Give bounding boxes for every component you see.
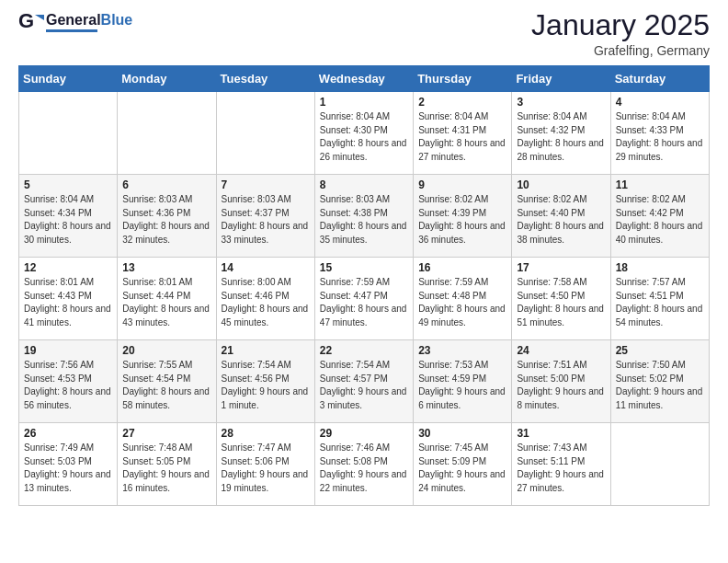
day-cell	[118, 92, 216, 175]
day-cell: 23Sunrise: 7:53 AMSunset: 4:59 PMDayligh…	[414, 340, 512, 423]
day-cell: 30Sunrise: 7:45 AMSunset: 5:09 PMDayligh…	[414, 423, 512, 506]
logo-general: General	[46, 12, 101, 28]
day-number: 5	[24, 178, 112, 191]
day-info: Sunrise: 7:46 AMSunset: 5:08 PMDaylight:…	[320, 442, 408, 495]
day-info: Sunrise: 8:00 AMSunset: 4:46 PMDaylight:…	[222, 276, 310, 329]
day-info: Sunrise: 7:59 AMSunset: 4:48 PMDaylight:…	[418, 276, 506, 329]
day-info: Sunrise: 8:03 AMSunset: 4:37 PMDaylight:…	[222, 193, 310, 247]
day-info: Sunrise: 7:57 AMSunset: 4:51 PMDaylight:…	[616, 276, 704, 329]
month-title: January 2025	[531, 9, 710, 41]
day-number: 9	[418, 178, 506, 191]
day-cell	[216, 92, 314, 175]
day-info: Sunrise: 8:04 AMSunset: 4:30 PMDaylight:…	[320, 110, 408, 164]
day-number: 11	[616, 178, 704, 191]
logo-text-block: GeneralBlue	[46, 13, 132, 32]
day-cell: 11Sunrise: 8:02 AMSunset: 4:42 PMDayligh…	[610, 175, 709, 258]
day-cell: 24Sunrise: 7:51 AMSunset: 5:00 PMDayligh…	[512, 340, 610, 423]
day-info: Sunrise: 8:04 AMSunset: 4:33 PMDaylight:…	[616, 110, 704, 164]
day-number: 29	[320, 427, 408, 440]
day-cell: 7Sunrise: 8:03 AMSunset: 4:37 PMDaylight…	[216, 175, 314, 258]
week-row-1: 1Sunrise: 8:04 AMSunset: 4:30 PMDaylight…	[19, 92, 710, 175]
day-info: Sunrise: 7:48 AMSunset: 5:05 PMDaylight:…	[122, 442, 210, 495]
day-info: Sunrise: 7:43 AMSunset: 5:11 PMDaylight:…	[517, 442, 605, 495]
day-cell: 14Sunrise: 8:00 AMSunset: 4:46 PMDayligh…	[216, 258, 314, 340]
day-cell: 1Sunrise: 8:04 AMSunset: 4:30 PMDaylight…	[314, 92, 413, 175]
day-number: 17	[517, 261, 605, 274]
day-info: Sunrise: 8:04 AMSunset: 4:34 PMDaylight:…	[24, 193, 112, 247]
day-info: Sunrise: 8:04 AMSunset: 4:31 PMDaylight:…	[418, 110, 506, 164]
day-number: 7	[222, 178, 310, 191]
day-number: 8	[320, 178, 408, 191]
day-number: 28	[222, 427, 310, 440]
day-info: Sunrise: 7:55 AMSunset: 4:54 PMDaylight:…	[122, 359, 210, 412]
week-row-2: 5Sunrise: 8:04 AMSunset: 4:34 PMDaylight…	[19, 175, 710, 258]
col-header-sunday: Sunday	[19, 66, 118, 92]
day-cell: 31Sunrise: 7:43 AMSunset: 5:11 PMDayligh…	[512, 423, 610, 506]
day-info: Sunrise: 7:58 AMSunset: 4:50 PMDaylight:…	[517, 276, 605, 329]
day-info: Sunrise: 7:54 AMSunset: 4:56 PMDaylight:…	[222, 359, 310, 412]
day-cell: 13Sunrise: 8:01 AMSunset: 4:44 PMDayligh…	[118, 258, 216, 340]
day-info: Sunrise: 8:01 AMSunset: 4:44 PMDaylight:…	[122, 276, 210, 329]
day-cell: 17Sunrise: 7:58 AMSunset: 4:50 PMDayligh…	[512, 258, 610, 340]
week-row-5: 26Sunrise: 7:49 AMSunset: 5:03 PMDayligh…	[19, 423, 710, 506]
day-cell: 5Sunrise: 8:04 AMSunset: 4:34 PMDaylight…	[19, 175, 118, 258]
col-header-monday: Monday	[118, 66, 216, 92]
day-info: Sunrise: 8:04 AMSunset: 4:32 PMDaylight:…	[517, 110, 605, 164]
day-cell	[610, 423, 709, 506]
day-number: 27	[122, 427, 210, 440]
day-cell: 16Sunrise: 7:59 AMSunset: 4:48 PMDayligh…	[414, 258, 512, 340]
day-number: 12	[24, 261, 112, 274]
day-number: 22	[320, 344, 408, 357]
day-cell: 26Sunrise: 7:49 AMSunset: 5:03 PMDayligh…	[19, 423, 118, 506]
col-header-friday: Friday	[512, 66, 610, 92]
logo: G GeneralBlue	[18, 9, 132, 35]
day-number: 3	[517, 96, 605, 109]
day-info: Sunrise: 7:56 AMSunset: 4:53 PMDaylight:…	[24, 359, 112, 412]
day-info: Sunrise: 8:02 AMSunset: 4:40 PMDaylight:…	[517, 193, 605, 247]
day-number: 18	[616, 261, 704, 274]
day-cell: 22Sunrise: 7:54 AMSunset: 4:57 PMDayligh…	[314, 340, 413, 423]
day-number: 23	[418, 344, 506, 357]
day-cell: 19Sunrise: 7:56 AMSunset: 4:53 PMDayligh…	[19, 340, 118, 423]
day-number: 4	[616, 96, 704, 109]
day-cell: 15Sunrise: 7:59 AMSunset: 4:47 PMDayligh…	[314, 258, 413, 340]
day-number: 31	[517, 427, 605, 440]
header: G GeneralBlue January 2025 Grafelfing, G…	[18, 9, 710, 58]
day-number: 30	[418, 427, 506, 440]
day-cell: 25Sunrise: 7:50 AMSunset: 5:02 PMDayligh…	[610, 340, 709, 423]
title-block: January 2025 Grafelfing, Germany	[531, 9, 710, 58]
day-info: Sunrise: 7:53 AMSunset: 4:59 PMDaylight:…	[418, 359, 506, 412]
location: Grafelfing, Germany	[531, 43, 710, 58]
day-number: 15	[320, 261, 408, 274]
day-cell: 4Sunrise: 8:04 AMSunset: 4:33 PMDaylight…	[610, 92, 709, 175]
day-number: 14	[222, 261, 310, 274]
day-info: Sunrise: 7:47 AMSunset: 5:06 PMDaylight:…	[222, 442, 310, 495]
day-cell: 21Sunrise: 7:54 AMSunset: 4:56 PMDayligh…	[216, 340, 314, 423]
day-number: 26	[24, 427, 112, 440]
day-info: Sunrise: 7:49 AMSunset: 5:03 PMDaylight:…	[24, 442, 112, 495]
day-info: Sunrise: 7:59 AMSunset: 4:47 PMDaylight:…	[320, 276, 408, 329]
day-number: 13	[122, 261, 210, 274]
day-number: 20	[122, 344, 210, 357]
day-info: Sunrise: 7:50 AMSunset: 5:02 PMDaylight:…	[616, 359, 704, 412]
day-cell: 20Sunrise: 7:55 AMSunset: 4:54 PMDayligh…	[118, 340, 216, 423]
logo-blue: Blue	[101, 12, 133, 28]
day-number: 24	[517, 344, 605, 357]
day-number: 25	[616, 344, 704, 357]
day-number: 19	[24, 344, 112, 357]
day-cell: 8Sunrise: 8:03 AMSunset: 4:38 PMDaylight…	[314, 175, 413, 258]
col-header-wednesday: Wednesday	[314, 66, 413, 92]
day-info: Sunrise: 7:54 AMSunset: 4:57 PMDaylight:…	[320, 359, 408, 412]
day-cell: 6Sunrise: 8:03 AMSunset: 4:36 PMDaylight…	[118, 175, 216, 258]
day-number: 6	[122, 178, 210, 191]
calendar-table: SundayMondayTuesdayWednesdayThursdayFrid…	[18, 65, 710, 506]
day-info: Sunrise: 7:51 AMSunset: 5:00 PMDaylight:…	[517, 359, 605, 412]
day-cell: 2Sunrise: 8:04 AMSunset: 4:31 PMDaylight…	[414, 92, 512, 175]
day-number: 16	[418, 261, 506, 274]
day-info: Sunrise: 7:45 AMSunset: 5:09 PMDaylight:…	[418, 442, 506, 495]
day-number: 2	[418, 96, 506, 109]
day-info: Sunrise: 8:02 AMSunset: 4:39 PMDaylight:…	[418, 193, 506, 247]
day-cell: 29Sunrise: 7:46 AMSunset: 5:08 PMDayligh…	[314, 423, 413, 506]
day-cell: 27Sunrise: 7:48 AMSunset: 5:05 PMDayligh…	[118, 423, 216, 506]
day-cell: 9Sunrise: 8:02 AMSunset: 4:39 PMDaylight…	[414, 175, 512, 258]
